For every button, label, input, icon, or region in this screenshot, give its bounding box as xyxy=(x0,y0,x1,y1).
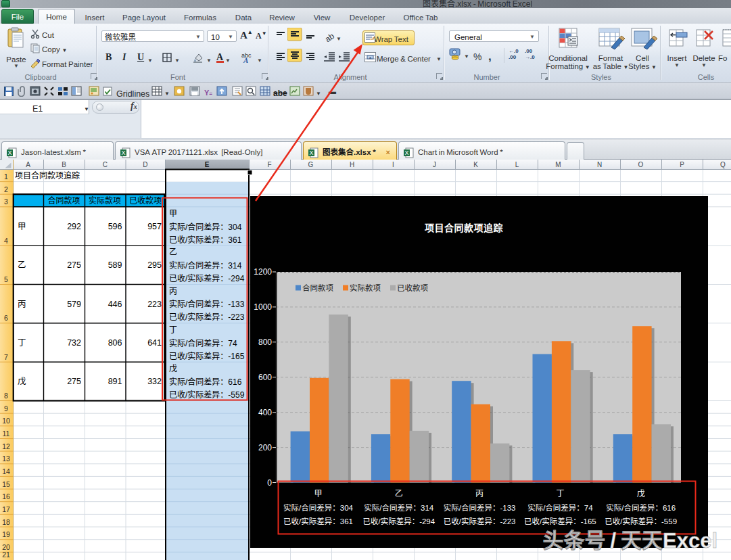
svg-text:X: X xyxy=(121,148,125,157)
svg-text:甲: 甲 xyxy=(314,487,322,498)
svg-text:B: B xyxy=(62,160,66,169)
svg-text:589: 589 xyxy=(108,258,122,271)
svg-text:17: 17 xyxy=(2,504,10,514)
svg-text:292: 292 xyxy=(67,219,81,232)
svg-text:丙: 丙 xyxy=(475,487,484,498)
svg-text:9: 9 xyxy=(4,403,8,413)
svg-text:已收/实际差异：-165: 已收/实际差异：-165 xyxy=(169,350,245,361)
svg-text:O: O xyxy=(638,160,644,169)
svg-text:446: 446 xyxy=(108,297,122,310)
svg-text:275: 275 xyxy=(67,258,81,271)
svg-text:实际/合同差异：74: 实际/合同差异：74 xyxy=(527,502,593,513)
svg-text:实际/合同差异：314: 实际/合同差异：314 xyxy=(364,502,433,513)
svg-text:641: 641 xyxy=(147,335,162,348)
svg-text:332: 332 xyxy=(147,374,162,387)
svg-text:16: 16 xyxy=(2,491,10,501)
svg-text:丙: 丙 xyxy=(169,285,177,296)
svg-text:项目合同款项追踪: 项目合同款项追踪 xyxy=(15,169,80,181)
svg-text:实际/合同差异：314: 实际/合同差异：314 xyxy=(169,259,242,271)
svg-text:实际/合同差异：-133: 实际/合同差异：-133 xyxy=(169,298,245,309)
svg-text:戊: 戊 xyxy=(637,487,645,498)
svg-text:18: 18 xyxy=(2,517,10,527)
svg-text:N: N xyxy=(597,160,602,169)
svg-text:600: 600 xyxy=(258,371,272,382)
svg-text:2: 2 xyxy=(4,184,8,194)
svg-text:丁: 丁 xyxy=(556,487,564,498)
svg-text:11: 11 xyxy=(3,428,10,438)
svg-text:0: 0 xyxy=(267,476,272,488)
svg-text:7: 7 xyxy=(4,352,8,362)
svg-text:X: X xyxy=(309,148,313,157)
svg-text:3: 3 xyxy=(4,196,8,206)
svg-text:已收/实际差异：361: 已收/实际差异：361 xyxy=(283,515,353,526)
svg-text:800: 800 xyxy=(258,335,272,347)
svg-text:已收款项: 已收款项 xyxy=(397,282,428,293)
svg-text:596: 596 xyxy=(108,219,122,232)
svg-text:13: 13 xyxy=(2,453,10,463)
svg-text:10: 10 xyxy=(2,415,10,425)
svg-text:1000: 1000 xyxy=(254,300,272,312)
svg-text:已收/实际差异：-294: 已收/实际差异：-294 xyxy=(362,515,435,526)
svg-text:1: 1 xyxy=(4,171,8,181)
svg-text:乙: 乙 xyxy=(169,246,177,257)
svg-text:乙: 乙 xyxy=(18,258,26,271)
svg-text:实际/合同差异：616: 实际/合同差异：616 xyxy=(606,502,676,513)
svg-text:G: G xyxy=(308,160,314,169)
svg-text:K: K xyxy=(473,160,478,169)
svg-text:A: A xyxy=(26,160,30,169)
svg-text:295: 295 xyxy=(147,258,162,271)
svg-text:实际款项: 实际款项 xyxy=(89,194,121,206)
svg-text:丁: 丁 xyxy=(169,323,177,335)
svg-text:12: 12 xyxy=(2,441,10,451)
svg-text:丁: 丁 xyxy=(18,335,26,348)
svg-text:实际/合同差异：304: 实际/合同差异：304 xyxy=(169,220,242,232)
svg-text:P: P xyxy=(680,160,684,169)
svg-text:实际/合同差异：616: 实际/合同差异：616 xyxy=(169,375,242,387)
svg-text:8: 8 xyxy=(4,390,8,400)
svg-text:E: E xyxy=(205,160,210,169)
svg-text:实际/合同差异：-133: 实际/合同差异：-133 xyxy=(444,502,516,513)
svg-text:实际/合同差异：74: 实际/合同差异：74 xyxy=(169,337,237,348)
svg-text:D: D xyxy=(143,160,147,169)
svg-text:已收/实际差异：-165: 已收/实际差异：-165 xyxy=(524,515,596,526)
svg-text:已收款项: 已收款项 xyxy=(129,194,162,206)
svg-text:合同款项: 合同款项 xyxy=(302,282,333,293)
svg-text:C: C xyxy=(103,160,108,169)
svg-text:5: 5 xyxy=(4,274,8,284)
svg-text:L: L xyxy=(515,160,519,169)
svg-text:丙: 丙 xyxy=(18,297,26,310)
svg-text:223: 223 xyxy=(147,297,162,310)
svg-text:F: F xyxy=(267,160,271,169)
svg-text:957: 957 xyxy=(147,219,162,232)
svg-text:806: 806 xyxy=(108,335,122,348)
svg-text:4: 4 xyxy=(4,235,8,246)
svg-text:实际/合同差异：304: 实际/合同差异：304 xyxy=(283,502,353,513)
svg-text:实际款项: 实际款项 xyxy=(350,282,381,293)
svg-text:已收/实际差异：361: 已收/实际差异：361 xyxy=(169,233,242,245)
svg-text:合同款项: 合同款项 xyxy=(47,194,80,206)
svg-text:6: 6 xyxy=(4,312,8,323)
svg-text:戊: 戊 xyxy=(169,362,177,373)
svg-text:1200: 1200 xyxy=(254,265,272,277)
svg-text:I: I xyxy=(392,160,394,169)
svg-text:已收/实际差异：-559: 已收/实际差异：-559 xyxy=(605,515,677,526)
svg-text:200: 200 xyxy=(258,441,272,452)
svg-text:J: J xyxy=(433,160,436,169)
svg-text:已收/实际差异：-559: 已收/实际差异：-559 xyxy=(169,388,245,400)
svg-text:已收/实际差异：-223: 已收/实际差异：-223 xyxy=(169,310,245,322)
svg-text:甲: 甲 xyxy=(169,207,177,218)
svg-text:19: 19 xyxy=(2,529,10,539)
svg-text:H: H xyxy=(350,160,354,169)
svg-text:项目合同款项追踪: 项目合同款项追踪 xyxy=(425,220,503,234)
svg-text:戊: 戊 xyxy=(18,374,26,387)
svg-text:Q: Q xyxy=(720,160,726,169)
svg-text:X: X xyxy=(404,148,408,157)
svg-text:732: 732 xyxy=(67,335,81,348)
svg-text:400: 400 xyxy=(258,406,272,417)
svg-text:乙: 乙 xyxy=(395,487,403,498)
svg-text:579: 579 xyxy=(67,297,81,310)
svg-text:已收/实际差异：-223: 已收/实际差异：-223 xyxy=(444,515,516,526)
svg-text:甲: 甲 xyxy=(18,219,26,232)
svg-text:M: M xyxy=(555,160,561,169)
svg-text:X: X xyxy=(7,148,11,157)
